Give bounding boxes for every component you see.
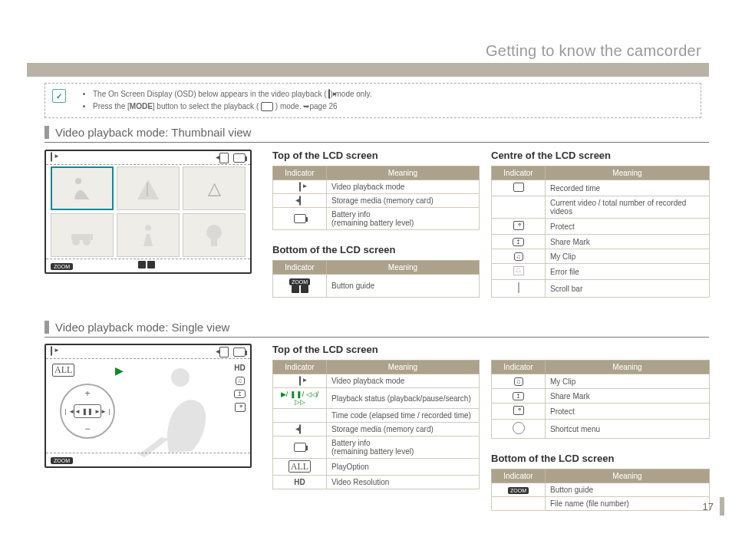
lcd-single-view: ▶ ALL + − ❘◄◄ ❚❚ ►►❘ HD ♫ ↥ ZOOM: [45, 344, 252, 468]
playback-rect-icon: [261, 102, 273, 111]
zoom-chip-icon: ZOOM: [289, 278, 310, 285]
memory-card-icon: [219, 153, 229, 163]
error-file-icon: [513, 266, 524, 275]
sub-heading: Top of the LCD screen: [272, 150, 480, 161]
memory-card-icon: [299, 424, 301, 434]
table-single-top-right: IndicatorMeaning ♫My Clip ↥Share Mark Pr…: [491, 360, 710, 439]
share-mark-icon: ↥: [234, 390, 246, 398]
battery-icon: [233, 348, 246, 357]
my-clip-icon: ♫: [236, 377, 245, 385]
warning-icon: △: [208, 179, 221, 199]
sub-heading: Bottom of the LCD screen: [272, 244, 480, 255]
protect-icon: [513, 221, 524, 230]
playback-mode-icon: [51, 346, 52, 356]
playoption-icon: ALL: [52, 364, 74, 377]
battery-icon: [294, 214, 306, 223]
sub-heading: Top of the LCD screen: [272, 344, 480, 355]
section-heading-thumbnail: Video playback mode: Thumbnail view: [45, 126, 709, 139]
section-heading-single: Video playback mode: Single view: [45, 321, 709, 334]
button-guide-icon: [137, 261, 159, 270]
note-line-1: The On Screen Display (OSD) below appear…: [93, 88, 693, 100]
share-mark-icon: ↥: [513, 392, 524, 400]
svg-point-8: [171, 368, 190, 387]
table-single-top-left: IndicatorMeaning Video playback mode ▶/ …: [272, 360, 480, 489]
thumbnail: [183, 213, 246, 257]
my-clip-icon: ♫: [514, 377, 523, 386]
thumbnail: [51, 213, 114, 257]
thumbnail-selected: [51, 166, 114, 210]
sub-heading: Bottom of the LCD screen: [491, 453, 710, 464]
battery-icon: [233, 153, 246, 163]
recorded-time-icon: [513, 183, 524, 192]
button-guide-icon: [289, 285, 311, 295]
share-mark-icon: ↥: [513, 238, 524, 246]
sub-heading: Centre of the LCD screen: [491, 150, 710, 161]
memory-card-icon: [299, 196, 301, 206]
hd-icon: HD: [234, 364, 245, 372]
control-wheel-icon: + − ❘◄◄ ❚❚ ►►❘: [60, 384, 115, 439]
my-clip-icon: ♫: [514, 252, 523, 261]
thumbnail: [117, 213, 180, 257]
thumbnail-error: △: [183, 166, 246, 210]
note-box: The On Screen Display (OSD) below appear…: [45, 83, 701, 118]
lcd-thumbnail-view: △ ZOOM: [45, 150, 252, 274]
page-number: 17: [703, 497, 724, 516]
table-single-bottom: IndicatorMeaning ZOOMButton guide File n…: [491, 469, 710, 511]
playback-status-icon: ▶/ ❚❚/ ◁◁/▷▷: [273, 388, 327, 409]
scroll-bar-icon: [518, 282, 519, 293]
playback-mode-icon: [299, 182, 301, 192]
svg-point-0: [75, 178, 81, 184]
page-title: Getting to know the camcorder: [486, 42, 701, 60]
hd-icon: HD: [294, 478, 305, 486]
table-thumb-top: IndicatorMeaning Video playback mode Sto…: [272, 166, 480, 230]
table-thumb-centre: IndicatorMeaning Recorded time Current v…: [491, 166, 710, 298]
title-rule: [27, 63, 709, 77]
playback-mode-icon: [299, 376, 301, 386]
protect-icon: [513, 406, 524, 415]
note-line-2: Press the [MODE] button to select the pl…: [93, 100, 693, 113]
section-rule: [45, 337, 709, 338]
playoption-icon: ALL: [289, 460, 311, 473]
svg-point-5: [145, 225, 151, 231]
memory-card-icon: [219, 347, 229, 357]
zoom-chip: ZOOM: [51, 263, 73, 270]
silhouette-image: [115, 361, 238, 460]
battery-icon: [294, 443, 306, 452]
playback-mode-icon: [51, 152, 52, 162]
zoom-chip-icon: ZOOM: [508, 487, 529, 494]
protect-icon: [235, 403, 246, 412]
table-thumb-bottom: IndicatorMeaning ZOOM Button guide: [272, 260, 480, 298]
svg-rect-1: [147, 183, 148, 196]
thumbnail: [117, 166, 180, 210]
shortcut-wheel-icon: [513, 422, 525, 434]
zoom-chip: ZOOM: [51, 457, 73, 464]
section-rule: [45, 142, 709, 143]
svg-point-7: [206, 225, 222, 240]
svg-rect-4: [71, 234, 93, 240]
